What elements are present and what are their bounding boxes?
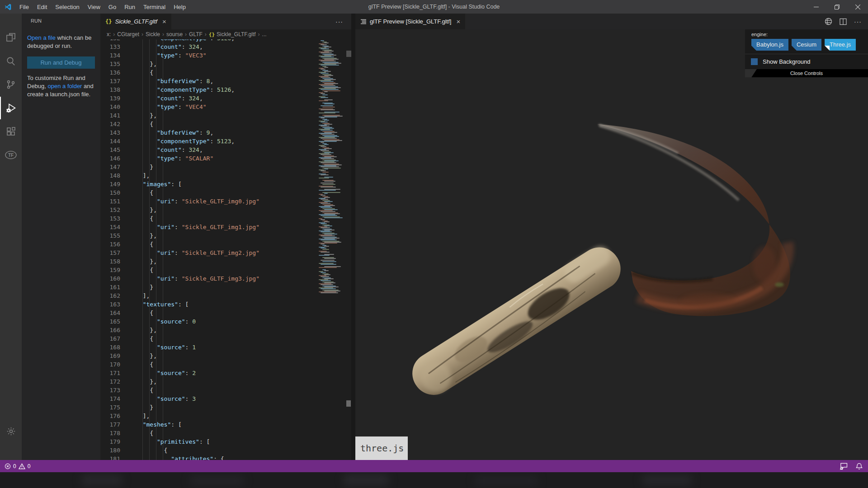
code-line[interactable]: 176 ], (100, 412, 351, 420)
engine-cesium-button[interactable]: Cesium (792, 39, 821, 51)
code-line[interactable]: 142 { (100, 120, 351, 128)
close-tab-icon[interactable]: × (162, 18, 166, 25)
code-line[interactable]: 161 } (100, 283, 351, 291)
close-window-icon[interactable] (847, 0, 868, 14)
extensions-icon[interactable] (0, 120, 22, 143)
code-line[interactable]: 150 { (100, 188, 351, 197)
menu-file[interactable]: File (15, 0, 33, 14)
code-line[interactable]: 143 "bufferView": 9, (100, 128, 351, 137)
minimap[interactable] (316, 39, 346, 294)
run-and-debug-icon[interactable] (0, 97, 22, 119)
code-line[interactable]: 147 } (100, 163, 351, 171)
scrollbar-marker[interactable] (346, 400, 351, 407)
code-line[interactable]: 171 "source": 2 (100, 369, 351, 377)
code-line[interactable]: 160 "uri": "Sickle_GLTF_img3.jpg" (100, 274, 351, 283)
breadcrumb-item[interactable]: sourse (166, 31, 183, 38)
code-line[interactable]: 153 { (100, 214, 351, 223)
code-line[interactable]: 139 "count": 324, (100, 94, 351, 103)
menu-terminal[interactable]: Terminal (139, 0, 170, 14)
run-and-debug-button[interactable]: Run and Debug (27, 56, 95, 69)
code-line[interactable]: 166 }, (100, 326, 351, 334)
notifications-bell-icon[interactable] (856, 463, 863, 470)
code-line[interactable]: 157 "uri": "Sickle_GLTF_img2.jpg" (100, 249, 351, 257)
scrollbar-thumb[interactable] (346, 51, 351, 57)
show-background-checkbox[interactable] (751, 58, 758, 65)
code-line[interactable]: 135 }, (100, 60, 351, 68)
breadcrumb[interactable]: x:›CGtarget›Sickle›sourse›GLTF›{}Sickle_… (100, 29, 351, 39)
breadcrumb-item[interactable]: CGtarget (117, 31, 139, 38)
sickle-3d-model[interactable] (355, 29, 868, 460)
code-line[interactable]: 180 { (100, 446, 351, 455)
gltf-extension-icon[interactable]: TF (0, 144, 22, 166)
menu-edit[interactable]: Edit (33, 0, 51, 14)
breadcrumb-item[interactable]: Sickle (146, 31, 160, 38)
menu-view[interactable]: View (84, 0, 104, 14)
code-line[interactable]: 132 "componentType": 5126, (100, 39, 351, 42)
code-line[interactable]: 146 "type": "SCALAR" (100, 154, 351, 163)
code-line[interactable]: 145 "count": 324, (100, 145, 351, 154)
explorer-icon[interactable] (0, 26, 22, 49)
code-line[interactable]: 140 "type": "VEC4" (100, 103, 351, 111)
code-line[interactable]: 134 "type": "VEC3" (100, 51, 351, 60)
code-line[interactable]: 163 "textures": [ (100, 300, 351, 309)
menu-selection[interactable]: Selection (51, 0, 83, 14)
code-line[interactable]: 169 }, (100, 352, 351, 360)
code-line[interactable]: 152 }, (100, 206, 351, 214)
code-line[interactable]: 151 "uri": "Sickle_GLTF_img0.jpg" (100, 197, 351, 206)
code-line[interactable]: 175 } (100, 403, 351, 412)
more-actions-icon[interactable]: ··· (854, 18, 862, 25)
close-tab-icon[interactable]: × (456, 18, 460, 25)
code-line[interactable]: 173 { (100, 386, 351, 394)
code-editor[interactable]: 132 "componentType": 5126,133 "count": 3… (100, 39, 351, 460)
minimize-icon[interactable] (806, 0, 826, 14)
tab-gltf-preview[interactable]: glTF Preview [Sickle_GLTF.gltf] × (355, 14, 465, 29)
code-line[interactable]: 170 { (100, 360, 351, 369)
preview-3d-icon[interactable] (825, 18, 832, 25)
open-a-folder-link[interactable]: open a folder (48, 83, 82, 89)
restore-icon[interactable] (826, 0, 847, 14)
engine-babylonjs-button[interactable]: Babylon.js (751, 39, 788, 51)
code-line[interactable]: 137 "bufferView": 8, (100, 77, 351, 85)
editor-split-sash[interactable] (351, 14, 355, 460)
code-line[interactable]: 144 "componentType": 5123, (100, 137, 351, 145)
close-controls-button[interactable]: Close Controls (745, 69, 868, 77)
code-line[interactable]: 162 ], (100, 291, 351, 300)
code-line[interactable]: 159 { (100, 266, 351, 274)
breadcrumb-item[interactable]: GLTF (189, 31, 203, 38)
code-line[interactable]: 177 "meshes": [ (100, 420, 351, 429)
code-line[interactable]: 181 "attributes": { (100, 455, 351, 460)
code-line[interactable]: 149 "images": [ (100, 180, 351, 188)
code-line[interactable]: 172 }, (100, 377, 351, 386)
feedback-icon[interactable] (839, 463, 848, 470)
search-icon[interactable] (0, 50, 22, 72)
editor-actions-more-icon[interactable]: ··· (335, 14, 343, 29)
code-line[interactable]: 156 { (100, 240, 351, 249)
code-line[interactable]: 136 { (100, 68, 351, 77)
open-a-file-link[interactable]: Open a file (27, 34, 56, 41)
code-line[interactable]: 179 "primitives": [ (100, 437, 351, 446)
split-editor-icon[interactable] (840, 18, 847, 25)
source-control-icon[interactable] (0, 73, 22, 96)
menu-help[interactable]: Help (170, 0, 190, 14)
menu-run[interactable]: Run (120, 0, 139, 14)
problems-status[interactable]: 0 0 (5, 463, 30, 469)
code-line[interactable]: 164 { (100, 309, 351, 317)
code-line[interactable]: 138 "componentType": 5126, (100, 85, 351, 94)
code-line[interactable]: 154 "uri": "Sickle_GLTF_img1.jpg" (100, 223, 351, 231)
code-line[interactable]: 178 { (100, 429, 351, 437)
code-line[interactable]: 168 "source": 1 (100, 343, 351, 352)
breadcrumb-item[interactable]: ... (262, 31, 267, 38)
breadcrumb-item[interactable]: x: (107, 31, 111, 38)
tab-sickle-gltf[interactable]: {} Sickle_GLTF.gltf × (100, 14, 171, 29)
gltf-3d-viewport[interactable]: engine: Babylon.js Cesium Three.js Show … (355, 29, 868, 460)
code-line[interactable]: 141 }, (100, 111, 351, 120)
breadcrumb-item[interactable]: Sickle_GLTF.gltf (217, 31, 255, 38)
menu-go[interactable]: Go (104, 0, 120, 14)
code-line[interactable]: 158 }, (100, 257, 351, 266)
code-line[interactable]: 167 { (100, 334, 351, 343)
code-line[interactable]: 133 "count": 324, (100, 42, 351, 51)
code-line[interactable]: 155 }, (100, 231, 351, 240)
code-line[interactable]: 148 ], (100, 171, 351, 180)
code-line[interactable]: 165 "source": 0 (100, 317, 351, 326)
settings-gear-icon[interactable] (0, 422, 22, 440)
